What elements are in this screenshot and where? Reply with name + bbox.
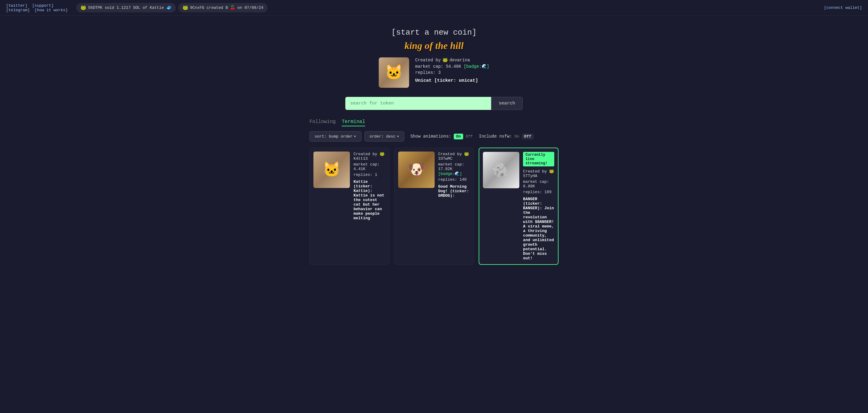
ticker-text-1: 56DTPK sold 1.1217 SOL of Kattie bbox=[88, 5, 164, 10]
coin-market-cap-banger: market cap: 6.80K bbox=[523, 180, 554, 189]
coin-created-label-gmdog: Created by bbox=[438, 152, 462, 156]
coin-created-label-banger: Created by bbox=[523, 169, 547, 174]
live-badge: Currently live streaming! bbox=[523, 152, 554, 166]
featured-replies-label: replies: bbox=[415, 70, 436, 75]
start-coin-section: [start a new coin] bbox=[309, 28, 559, 37]
coin-card-gmdog[interactable]: 🐶 Created by 🐸 33TwMC market cap: 17.92K… bbox=[394, 148, 474, 265]
coin-creator-name-kattie: K4tt13 bbox=[353, 156, 368, 161]
coin-created-label-kattie: Created by bbox=[353, 152, 377, 156]
featured-created-by: Created by 🐸 devarina bbox=[415, 57, 489, 63]
coin-market-cap-gmdog: market cap: 17.92K [badge:🌊] bbox=[438, 162, 470, 176]
featured-badge: [badge:🌊] bbox=[464, 64, 489, 69]
featured-coin[interactable]: 🐱 Created by 🐸 devarina market cap: 54.4… bbox=[309, 57, 559, 88]
order-chevron-icon: ▾ bbox=[397, 134, 399, 139]
cat-visual: 🐱 bbox=[313, 152, 350, 188]
coin-creator-emoji-gmdog: 🐸 bbox=[464, 152, 469, 156]
sort-label: sort: bump order bbox=[315, 134, 352, 139]
tab-terminal[interactable]: Terminal bbox=[342, 119, 365, 126]
ticker-bar: 🐸 56DTPK sold 1.1217 SOL of Kattie 🧢 🐸 9… bbox=[76, 3, 818, 12]
ticker-date-2: on 07/08/24 bbox=[238, 5, 264, 10]
start-coin-link[interactable]: [start a new coin] bbox=[392, 28, 477, 37]
coin-creator-name-gmdog: 33TwMC bbox=[438, 156, 453, 161]
coin-info-gmdog: Created by 🐸 33TwMC market cap: 17.92K [… bbox=[438, 152, 470, 198]
coin-market-cap-value-banger: 6.80K bbox=[523, 184, 535, 189]
coin-replies-count-kattie: 1 bbox=[375, 172, 377, 177]
support-link[interactable]: [support] bbox=[32, 3, 54, 8]
coin-market-cap-label-kattie: market cap: bbox=[353, 162, 380, 167]
coin-created-by-kattie: Created by 🐸 K4tt13 bbox=[353, 152, 385, 161]
coin-card-kattie[interactable]: 🐱 Created by 🐸 K4tt13 market cap: 4.41K … bbox=[309, 148, 390, 265]
featured-replies: replies: 3 bbox=[415, 70, 489, 75]
coin-created-by-gmdog: Created by 🐸 33TwMC bbox=[438, 152, 470, 161]
coin-replies-count-gmdog: 140 bbox=[460, 177, 466, 182]
coin-badge-gmdog: [badge:🌊] bbox=[438, 171, 462, 176]
coin-created-by-banger: Created by 🐸 5TTyHA bbox=[523, 169, 554, 178]
filters: sort: bump order ▾ order: desc ▾ Show an… bbox=[309, 131, 559, 141]
coin-name-kattie: Kattie (ticker: Kattie): Kattie is not t… bbox=[353, 180, 385, 220]
how-it-works-link[interactable]: [how it works] bbox=[35, 8, 68, 12]
animations-off-button[interactable]: Off bbox=[466, 134, 472, 139]
coin-creator-emoji-kattie: 🐸 bbox=[380, 152, 384, 156]
ticker-emoji-2: 🐸 bbox=[183, 5, 188, 11]
coin-replies-kattie: replies: 1 bbox=[353, 172, 385, 177]
main-content: [start a new coin] king of the hill 🐱 Cr… bbox=[303, 16, 565, 271]
sort-chevron-icon: ▾ bbox=[354, 134, 356, 139]
nsfw-on-button[interactable]: On bbox=[515, 134, 519, 139]
coin-name-gmdog: Good Morning Dog! (ticker: GMDOG): bbox=[438, 184, 470, 198]
dog-visual: 🐶 bbox=[398, 152, 435, 188]
coin-market-cap-label-gmdog: market cap: bbox=[438, 162, 464, 167]
ticker-emoji-2b: 🍒 bbox=[230, 5, 236, 11]
animations-on-button[interactable]: On bbox=[454, 134, 463, 139]
coin-replies-label-gmdog: replies: bbox=[438, 177, 457, 182]
coin-replies-label-kattie: replies: bbox=[353, 172, 372, 177]
tabs: Following Terminal bbox=[309, 119, 559, 126]
coin-replies-gmdog: replies: 140 bbox=[438, 177, 470, 182]
coin-image-kattie: 🐱 bbox=[313, 152, 350, 188]
twitter-link[interactable]: [twitter] bbox=[6, 3, 27, 8]
coin-creator-emoji-banger: 🐸 bbox=[549, 169, 554, 174]
header: [twitter] [support] [telegram] [how it w… bbox=[0, 0, 868, 16]
order-label: order: desc bbox=[370, 134, 396, 139]
search-input[interactable] bbox=[345, 97, 491, 110]
featured-coin-name: Unicat [ticker: unicat] bbox=[415, 78, 489, 83]
order-button[interactable]: order: desc ▾ bbox=[365, 131, 405, 141]
featured-cat-visual: 🐱 bbox=[379, 57, 409, 88]
ticker-item-2: 🐸 9CnxFG created B 🍒 on 07/08/24 bbox=[178, 3, 268, 12]
search-section: search bbox=[309, 97, 559, 110]
coin-market-cap-label-banger: market cap: bbox=[523, 180, 549, 184]
coin-image-banger: 🐘 bbox=[483, 152, 519, 188]
coin-replies-count-banger: 189 bbox=[545, 190, 552, 194]
coin-grid: 🐱 Created by 🐸 K4tt13 market cap: 4.41K … bbox=[309, 148, 559, 265]
coin-info-kattie: Created by 🐸 K4tt13 market cap: 4.41K re… bbox=[353, 152, 385, 220]
featured-creator-emoji: 🐸 bbox=[442, 57, 448, 63]
connect-wallet-button[interactable]: [connect wallet] bbox=[824, 5, 862, 10]
nsfw-toggle: Include nsfw: On Off bbox=[479, 134, 534, 139]
king-title: king of the hill bbox=[309, 40, 559, 51]
coin-market-cap-value-gmdog: 17.92K bbox=[438, 167, 453, 171]
featured-coin-info: Created by 🐸 devarina market cap: 54.48K… bbox=[415, 57, 489, 88]
featured-replies-count: 3 bbox=[438, 70, 441, 75]
nav-links: [twitter] [support] [telegram] [how it w… bbox=[6, 3, 70, 12]
ticker-emoji-1b: 🧢 bbox=[166, 5, 172, 11]
coin-image-gmdog: 🐶 bbox=[398, 152, 435, 188]
nsfw-label: Include nsfw: bbox=[479, 134, 512, 139]
telegram-link[interactable]: [telegram] bbox=[6, 8, 30, 12]
featured-creator-name: devarina bbox=[450, 58, 470, 63]
search-button[interactable]: search bbox=[491, 97, 523, 110]
ticker-text-2: 9CnxFG created B bbox=[190, 5, 228, 10]
coin-name-banger: BANGER (ticker: BANGER): Join the revolu… bbox=[523, 197, 554, 260]
ticker-emoji-1: 🐸 bbox=[81, 5, 86, 11]
featured-coin-image: 🐱 bbox=[379, 57, 409, 88]
coin-card-banger[interactable]: 🐘 Currently live streaming! Created by 🐸… bbox=[478, 148, 559, 265]
ticker-item-1: 🐸 56DTPK sold 1.1217 SOL of Kattie 🧢 bbox=[76, 3, 176, 12]
animations-label: Show animations: bbox=[410, 134, 451, 139]
coin-replies-banger: replies: 189 bbox=[523, 190, 554, 194]
tab-following[interactable]: Following bbox=[309, 119, 336, 126]
featured-market-cap-label: market cap: bbox=[415, 64, 443, 69]
coin-info-banger: Currently live streaming! Created by 🐸 5… bbox=[523, 152, 554, 260]
featured-created-label: Created by bbox=[415, 58, 441, 63]
sort-button[interactable]: sort: bump order ▾ bbox=[309, 131, 362, 141]
coin-market-cap-kattie: market cap: 4.41K bbox=[353, 162, 385, 171]
elephant-visual: 🐘 bbox=[483, 152, 519, 188]
nsfw-off-button[interactable]: Off bbox=[522, 134, 534, 139]
